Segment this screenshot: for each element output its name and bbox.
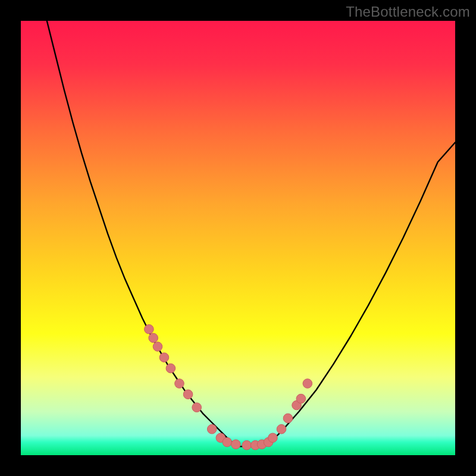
marker-dot xyxy=(223,437,232,447)
marker-dot xyxy=(166,364,176,373)
marker-dot xyxy=(207,424,217,434)
gradient-background xyxy=(21,21,455,455)
marker-dot xyxy=(242,440,252,450)
marker-dot xyxy=(277,424,286,434)
marker-dot xyxy=(192,403,202,412)
marker-dot xyxy=(231,440,241,449)
marker-dot xyxy=(145,325,154,334)
marker-dot xyxy=(303,379,312,389)
marker-dot xyxy=(159,353,169,362)
marker-dot xyxy=(149,333,158,343)
watermark-text: TheBottleneck.com xyxy=(346,4,470,20)
chart-frame: TheBottleneck.com xyxy=(0,0,476,476)
marker-dot xyxy=(268,433,278,443)
marker-dot xyxy=(283,414,293,423)
bottleneck-curve-plot xyxy=(21,21,455,455)
marker-dot xyxy=(175,379,184,389)
marker-dot xyxy=(183,390,193,399)
plot-area xyxy=(21,21,455,455)
marker-dot xyxy=(153,342,162,352)
marker-dot xyxy=(296,394,306,403)
